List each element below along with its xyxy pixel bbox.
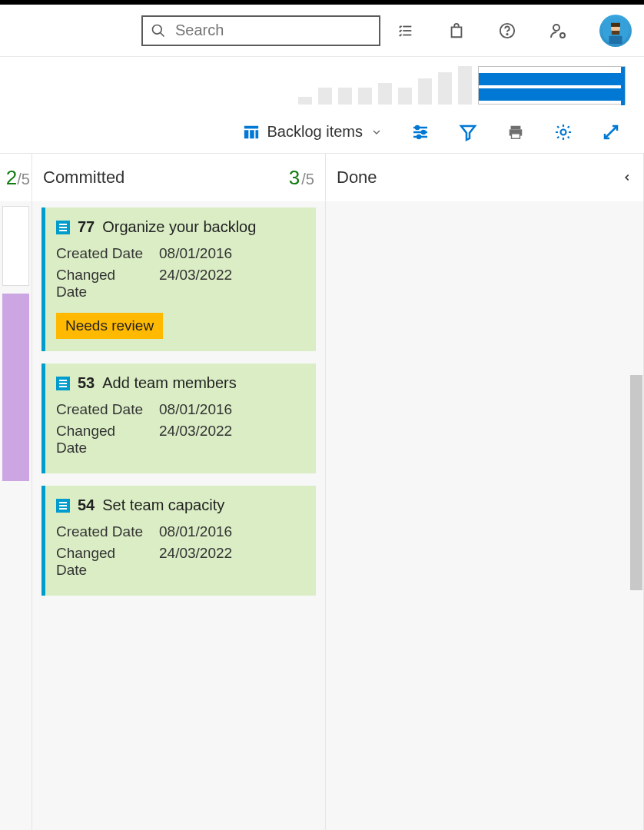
work-item-title: Organize your backlog xyxy=(102,218,256,236)
column-header-left: 2/5 xyxy=(0,154,32,201)
bar xyxy=(298,97,312,105)
created-value: 08/01/2016 xyxy=(159,401,232,418)
work-item-id: 54 xyxy=(78,496,95,514)
bar xyxy=(398,88,412,105)
column-committed: Committed 3 /5 77 Organize your backlog … xyxy=(32,154,326,830)
work-item-id: 53 xyxy=(78,374,95,392)
column-header-committed: Committed 3 /5 xyxy=(32,154,325,201)
svg-point-7 xyxy=(553,25,559,31)
card-sliver[interactable] xyxy=(2,206,29,286)
work-item-card[interactable]: 54 Set team capacity Created Date08/01/2… xyxy=(41,486,316,596)
kanban-board: 2/5 Committed 3 /5 77 Organize your back… xyxy=(0,154,644,830)
committed-count-num: 3 xyxy=(289,166,300,190)
svg-rect-27 xyxy=(512,133,520,138)
bar xyxy=(378,83,392,105)
changed-label: Changed Date xyxy=(56,545,145,579)
svg-rect-13 xyxy=(611,22,620,26)
created-label: Created Date xyxy=(56,401,145,418)
search-icon xyxy=(151,23,166,38)
pbi-icon xyxy=(56,221,70,234)
changed-value: 24/03/2022 xyxy=(159,423,232,456)
svg-rect-12 xyxy=(609,35,622,43)
filter-icon[interactable] xyxy=(458,122,478,142)
committed-count-den: /5 xyxy=(301,171,314,188)
tag-needs-review[interactable]: Needs review xyxy=(56,313,163,339)
work-item-title: Set team capacity xyxy=(102,496,224,514)
column-title-committed: Committed xyxy=(43,168,124,188)
bar xyxy=(418,78,432,105)
help-icon[interactable] xyxy=(498,22,516,40)
bar xyxy=(358,88,372,105)
search-input[interactable] xyxy=(174,21,371,40)
column-done: Done xyxy=(326,154,644,830)
changed-label: Changed Date xyxy=(56,423,145,456)
created-label: Created Date xyxy=(56,245,145,262)
svg-point-0 xyxy=(153,25,162,34)
created-value: 08/01/2016 xyxy=(159,245,232,262)
column-body-done[interactable] xyxy=(326,201,643,830)
changed-value: 24/03/2022 xyxy=(159,267,232,300)
burndown-chart[interactable] xyxy=(478,66,626,105)
avatar[interactable] xyxy=(599,15,632,47)
bar xyxy=(338,88,352,105)
vertical-scrollbar[interactable] xyxy=(630,375,642,590)
gear-icon[interactable] xyxy=(553,122,573,142)
left-count-den: /5 xyxy=(17,171,30,188)
backlog-items-dropdown[interactable]: Backlog items xyxy=(243,123,383,141)
work-item-id: 77 xyxy=(78,218,95,236)
pbi-icon xyxy=(56,499,70,513)
user-settings-icon[interactable] xyxy=(549,22,567,40)
svg-rect-15 xyxy=(244,130,248,138)
print-icon[interactable] xyxy=(506,122,526,142)
chevron-down-icon xyxy=(370,126,383,138)
column-body-committed[interactable]: 77 Organize your backlog Created Date08/… xyxy=(32,201,325,830)
header-actions xyxy=(397,15,632,47)
svg-rect-11 xyxy=(612,31,619,35)
fullscreen-icon[interactable] xyxy=(601,122,621,142)
created-value: 08/01/2016 xyxy=(159,523,232,540)
search-box[interactable] xyxy=(141,15,380,46)
pbi-icon xyxy=(56,377,70,390)
created-label: Created Date xyxy=(56,523,145,540)
collapse-column-icon[interactable] xyxy=(622,168,632,188)
svg-point-23 xyxy=(417,135,420,138)
changed-label: Changed Date xyxy=(56,267,145,300)
svg-point-28 xyxy=(561,129,566,134)
svg-marker-24 xyxy=(461,126,475,140)
settings-sliders-icon[interactable] xyxy=(410,122,430,142)
svg-point-22 xyxy=(422,131,425,134)
svg-rect-14 xyxy=(244,125,257,128)
backlog-items-label: Backlog items xyxy=(267,123,363,141)
left-count-num: 2 xyxy=(6,166,17,189)
work-item-card[interactable]: 77 Organize your backlog Created Date08/… xyxy=(41,208,316,351)
mini-bar-chart xyxy=(298,66,472,105)
bar xyxy=(438,72,452,105)
work-item-title: Add team members xyxy=(102,374,237,392)
app-header xyxy=(0,5,644,57)
column-body-left xyxy=(0,201,32,830)
shopping-bag-icon[interactable] xyxy=(447,22,466,40)
svg-line-1 xyxy=(161,32,164,36)
bar xyxy=(458,66,472,105)
changed-value: 24/03/2022 xyxy=(159,545,232,579)
svg-point-6 xyxy=(506,33,507,34)
list-icon[interactable] xyxy=(397,22,415,40)
svg-line-29 xyxy=(605,126,617,138)
bar xyxy=(318,88,332,105)
svg-rect-17 xyxy=(255,130,258,138)
column-title-done: Done xyxy=(337,168,377,188)
chart-row xyxy=(0,57,644,111)
card-sliver-purple[interactable] xyxy=(2,294,29,481)
work-item-card[interactable]: 53 Add team members Created Date08/01/20… xyxy=(41,364,316,473)
board-toolbar: Backlog items xyxy=(0,111,644,154)
backlog-grid-icon xyxy=(243,124,260,141)
svg-rect-25 xyxy=(511,125,521,129)
column-partial-left: 2/5 xyxy=(0,154,32,830)
svg-point-21 xyxy=(416,126,419,129)
svg-rect-16 xyxy=(250,130,254,138)
column-header-done: Done xyxy=(326,154,643,201)
